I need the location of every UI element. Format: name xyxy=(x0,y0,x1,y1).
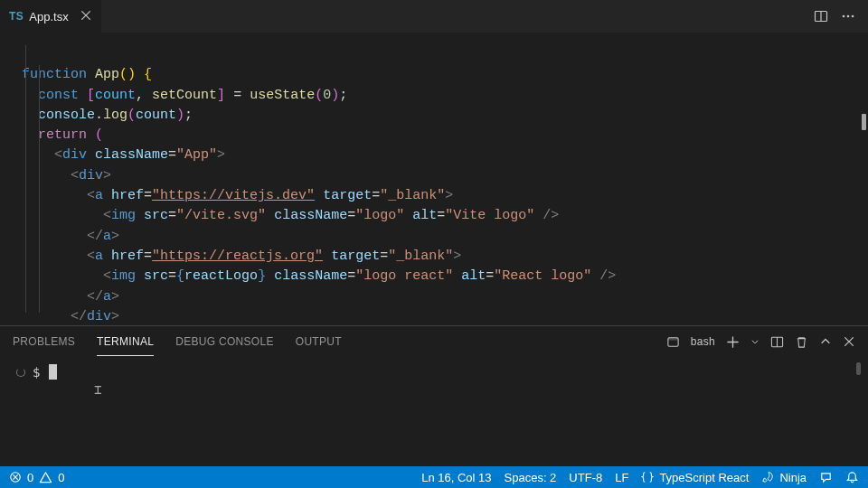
svg-point-4 xyxy=(852,15,854,18)
maximize-panel-icon[interactable] xyxy=(819,335,832,348)
svg-point-3 xyxy=(847,15,850,18)
terminal-prompt: $ xyxy=(33,365,40,380)
status-notifications-icon[interactable] xyxy=(845,471,859,484)
panel-tab-problems[interactable]: PROBLEMS xyxy=(13,328,75,355)
editor-tab-bar: TS App.tsx xyxy=(0,0,868,33)
code-content: function App() { const [count, setCount]… xyxy=(0,33,868,325)
editor-actions xyxy=(801,0,868,33)
terminal-cursor xyxy=(49,364,57,380)
editor-tab-app-tsx[interactable]: TS App.tsx xyxy=(0,0,102,33)
terminal-scrollbar[interactable] xyxy=(856,362,861,375)
minimap[interactable] xyxy=(852,33,868,325)
terminal-dropdown-icon[interactable] xyxy=(750,337,760,346)
kill-terminal-icon[interactable] xyxy=(795,335,808,349)
terminal-spinner-icon xyxy=(16,368,25,377)
panel-tab-bar: PROBLEMS TERMINAL DEBUG CONSOLE OUTPUT b… xyxy=(0,326,868,357)
status-language[interactable]: TypeScript React xyxy=(641,471,749,484)
status-feedback-icon[interactable] xyxy=(819,471,833,484)
more-actions-icon[interactable] xyxy=(841,9,855,23)
panel-tab-terminal[interactable]: TERMINAL xyxy=(97,328,154,356)
close-panel-icon[interactable] xyxy=(843,335,855,348)
terminal-shell-label[interactable]: bash xyxy=(691,335,715,348)
terminal-profile-icon[interactable] xyxy=(666,335,680,349)
split-editor-icon[interactable] xyxy=(814,9,828,23)
split-terminal-icon[interactable] xyxy=(770,335,784,349)
bottom-panel: PROBLEMS TERMINAL DEBUG CONSOLE OUTPUT b… xyxy=(0,325,868,466)
status-encoding[interactable]: UTF-8 xyxy=(569,471,602,484)
typescript-file-icon: TS xyxy=(9,10,24,23)
svg-rect-6 xyxy=(668,337,678,340)
status-indentation[interactable]: Spaces: 2 xyxy=(505,471,557,484)
panel-tab-output[interactable]: OUTPUT xyxy=(296,328,342,355)
status-copilot[interactable]: Ninja xyxy=(761,471,807,484)
panel-tab-debug-console[interactable]: DEBUG CONSOLE xyxy=(175,328,274,355)
status-cursor-position[interactable]: Ln 16, Col 13 xyxy=(421,471,491,484)
rocket-icon xyxy=(761,471,774,483)
status-errors[interactable]: 0 0 xyxy=(9,471,64,484)
warning-icon xyxy=(39,471,52,484)
braces-icon xyxy=(641,471,654,483)
status-eol[interactable]: LF xyxy=(615,471,628,484)
code-editor[interactable]: function App() { const [count, setCount]… xyxy=(0,33,868,325)
error-icon xyxy=(9,471,22,483)
terminal-body[interactable]: $ ⌶ xyxy=(0,357,868,466)
text-caret-icon: ⌶ xyxy=(94,382,101,397)
close-tab-icon[interactable] xyxy=(80,9,92,23)
new-terminal-icon[interactable] xyxy=(726,335,740,349)
svg-point-2 xyxy=(843,15,845,18)
tab-filename: App.tsx xyxy=(29,10,68,23)
status-bar: 0 0 Ln 16, Col 13 Spaces: 2 UTF-8 LF Typ… xyxy=(0,466,868,488)
